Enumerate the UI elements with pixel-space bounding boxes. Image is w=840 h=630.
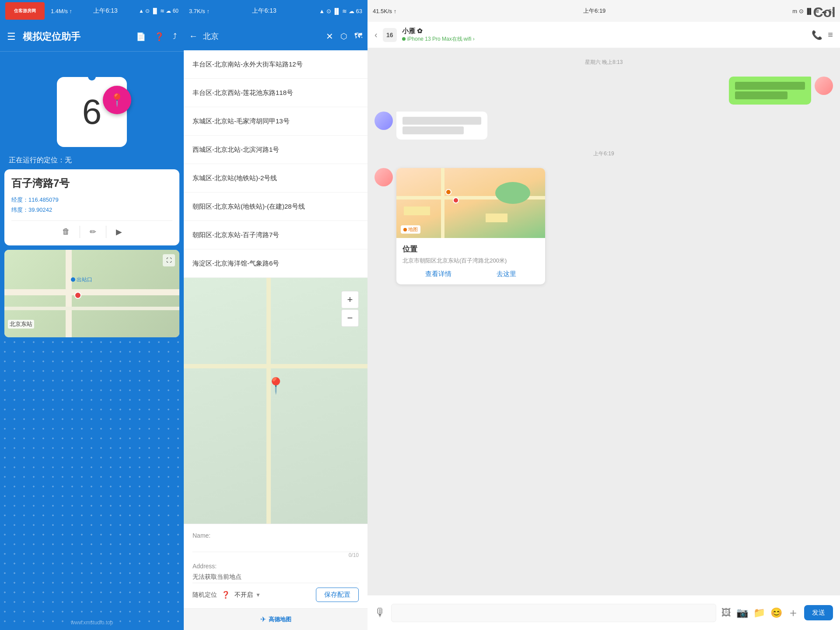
file-icon[interactable]: 📁 [753, 607, 765, 619]
map-pin: 📍 [266, 377, 286, 395]
search-bar: ← 北京 ✕ ⬡ 🗺 [184, 22, 368, 50]
pin-dot [88, 73, 96, 80]
chat-input[interactable] [391, 604, 716, 622]
right-back-button[interactable]: ‹ [374, 30, 378, 40]
chat-message-right [729, 77, 811, 105]
menu-icon[interactable]: ☰ [7, 31, 16, 42]
right-status-bar: 41.5K/s ↑ 上午6:19 m ⊙ ▐▌ ≋ ☁ 61 [368, 0, 840, 22]
left-panel: 住客游房网 1.4M/s ↑ 上午6:13 ▲ ⊙ ▐▌ ≋ ☁ 60 ☰ 模拟… [0, 0, 184, 630]
location-fab[interactable]: 📍 [103, 86, 131, 114]
left-avatar [374, 112, 393, 130]
search-back-button[interactable]: ← [189, 31, 198, 41]
question-icon[interactable]: ❓ [221, 591, 230, 599]
blurred-text-4 [402, 126, 464, 134]
list-item[interactable]: 丰台区-北京南站-永外大街车站路12号 [184, 50, 368, 79]
watermark: www.xmstudio.top [71, 620, 113, 626]
address-form-row: Address: 无法获取当前地点 [192, 563, 359, 583]
list-item[interactable]: 丰台区-北京西站-莲花池东路118号 [184, 79, 368, 107]
middle-time: 上午6:13 [212, 7, 316, 15]
view-detail-button[interactable]: 查看详情 [425, 270, 452, 278]
chat-timestamp-1: 星期六 晚上8:13 [374, 59, 833, 66]
zoom-in-button[interactable]: + [341, 291, 359, 308]
left-time: 上午6:13 [75, 7, 136, 15]
tag-dot [403, 228, 407, 231]
map-label-bg-1 [404, 206, 430, 215]
location-card-address: 北京市朝阳区北京东站(百子湾路北200米) [402, 257, 539, 265]
send-button[interactable]: 发送 [804, 605, 833, 620]
chat-area[interactable]: 星期六 晚上8:13 上午6:19 [368, 48, 840, 595]
gaode-bar: ✈ 高德地图 [184, 608, 368, 630]
calendar-day: 6 [82, 94, 102, 130]
middle-signal: ▲ ⊙ ▐▌ ≋ ☁ 63 [319, 8, 362, 14]
left-status-bar: 住客游房网 1.4M/s ↑ 上午6:13 ▲ ⊙ ▐▌ ≋ ☁ 60 [0, 0, 184, 22]
phone-icon[interactable]: 📞 [812, 30, 822, 40]
right-avatar [815, 77, 833, 95]
toggle-text: 不开启 [234, 591, 253, 599]
delete-button[interactable]: 🗑 [57, 225, 75, 238]
map-background: 出站口 北京东站 ⛶ [4, 250, 179, 337]
navigate-here-button[interactable]: 去这里 [497, 270, 516, 278]
map-view-icon[interactable]: 🗺 [354, 32, 362, 41]
map-tag: 地图 [401, 225, 420, 234]
coord-lng: 经度：116.485079 [11, 195, 172, 205]
station-label: 北京东站 [8, 320, 34, 329]
left-speed: 1.4M/s ↑ [51, 8, 72, 14]
list-item[interactable]: 东城区-北京站-毛家湾胡同甲13号 [184, 107, 368, 136]
save-config-button[interactable]: 保存配置 [316, 588, 359, 602]
map-zoom-controls: + − [341, 291, 359, 327]
notification-badge: 16 [383, 28, 397, 42]
list-item[interactable]: 东城区-北京站(地铁站)-2号线 [184, 164, 368, 192]
toolbar-icons: 📄 ❓ ⤴ [136, 32, 177, 42]
gaode-logo: 高德地图 [269, 616, 291, 623]
zoom-out-button[interactable]: − [341, 309, 359, 327]
location-card-info: 位置 北京市朝阳区北京东站(百子湾路北200米) 查看详情 去这里 [396, 238, 545, 284]
right-speed: 41.5K/s ↑ [373, 8, 396, 14]
list-item[interactable]: 朝阳区-北京东站-百子湾路7号 [184, 221, 368, 249]
exit-label: 出站口 [71, 276, 92, 284]
right-time: 上午6:19 [400, 7, 789, 15]
location-actions: 🗑 ✏ ▶ [11, 220, 172, 238]
document-icon[interactable]: 📄 [136, 32, 146, 42]
chevron-down-icon[interactable]: ▼ [256, 592, 261, 598]
name-input[interactable] [192, 541, 359, 552]
location-card-title: 位置 [402, 244, 539, 254]
map-expand-btn[interactable]: ⛶ [163, 254, 175, 266]
search-clear-button[interactable]: ✕ [326, 31, 333, 42]
plus-icon[interactable]: ＋ [788, 605, 799, 620]
dot-pattern [0, 337, 184, 630]
map-background-2: 📍 [184, 278, 368, 524]
navigate-icon[interactable]: ⬡ [340, 32, 347, 41]
chat-bubble-left-1 [374, 112, 833, 140]
contact-status: iPhone 13 Pro Max在线·wifi › [402, 35, 807, 43]
play-button[interactable]: ▶ [111, 225, 127, 238]
image-icon[interactable]: 🖼 [721, 607, 731, 619]
list-item[interactable]: 海淀区-北京海洋馆-气象路6号 [184, 249, 368, 278]
contact-info: 小雁 ✿ iPhone 13 Pro Max在线·wifi › [402, 27, 807, 43]
emoji-icon[interactable]: 😊 [770, 607, 782, 619]
toggle-area: 不开启 ▼ [234, 591, 261, 599]
left-signal: ▲ ⊙ ▐▌ ≋ ☁ 60 [139, 8, 178, 14]
edit-button[interactable]: ✏ [84, 225, 102, 238]
address-label: Address: [192, 563, 359, 570]
location-marker [74, 292, 81, 299]
chat-message-left [396, 112, 487, 140]
camera-icon[interactable]: 📷 [736, 607, 748, 619]
card-nav-marker [445, 189, 452, 195]
map-road-v1 [266, 278, 271, 524]
card-station-marker [453, 197, 459, 203]
help-icon[interactable]: ❓ [154, 32, 164, 42]
char-count: 0/10 [192, 552, 359, 558]
map-preview: 出站口 北京东站 ⛶ [4, 250, 179, 337]
place-name: 百子湾路7号 [11, 176, 172, 190]
random-location-label: 随机定位 [192, 591, 217, 599]
mic-icon[interactable]: 🎙 [374, 606, 386, 620]
search-input[interactable]: 北京 [203, 28, 321, 45]
more-options-icon[interactable]: ≡ [828, 30, 833, 40]
list-item[interactable]: 西城区-北京北站-北滨河路1号 [184, 136, 368, 164]
list-item[interactable]: 朝阳区-北京东站(地铁站)-(在建)28号线 [184, 192, 368, 221]
contact-name: 小雁 ✿ [402, 27, 807, 35]
road-vertical [66, 250, 72, 337]
right-panel: 41.5K/s ↑ 上午6:19 m ⊙ ▐▌ ≋ ☁ 61 ‹ 16 小雁 ✿… [368, 0, 840, 630]
share-icon[interactable]: ⤴ [173, 32, 177, 42]
left-toolbar: ☰ 模拟定位助手 📄 ❓ ⤴ [0, 22, 184, 52]
